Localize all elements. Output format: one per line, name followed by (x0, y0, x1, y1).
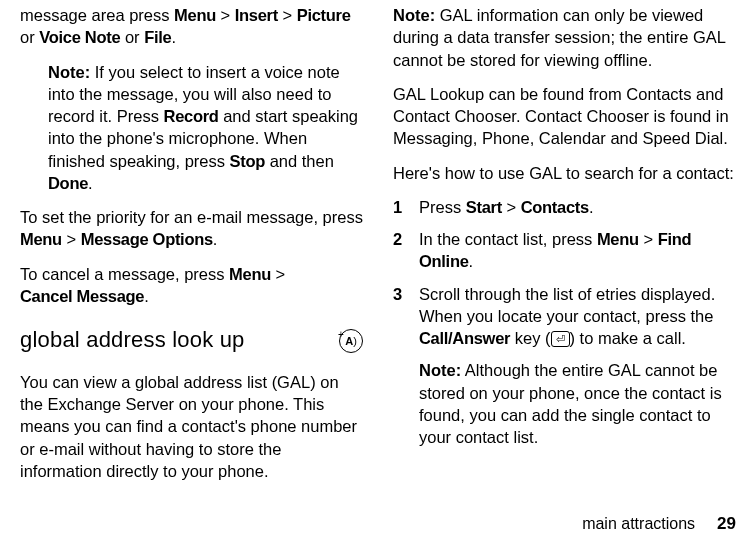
text: . (144, 287, 149, 305)
sep: > (278, 6, 297, 24)
note-gal-single-contact: Note: Although the entire GAL cannot be … (419, 359, 736, 448)
call-key-icon: ⏎ (551, 331, 570, 347)
start-label: Start (466, 198, 502, 216)
step-1: 1 Press Start > Contacts. (393, 196, 736, 218)
stop-label: Stop (230, 152, 265, 170)
text: To cancel a message, press (20, 265, 229, 283)
text: In the contact list, press (419, 230, 597, 248)
sep: > (271, 265, 285, 283)
step-body: Scroll through the list of etries displa… (419, 283, 736, 459)
insert-label: Insert (235, 6, 278, 24)
cancel-message-label: Cancel Message (20, 287, 144, 305)
text: key ( (510, 329, 550, 347)
gal-description: You can view a global address list (GAL)… (20, 371, 363, 482)
footer-page-number: 29 (717, 513, 736, 536)
footer-section-name: main attractions (582, 513, 695, 535)
text: and then (265, 152, 334, 170)
text: GAL information can only be viewed durin… (393, 6, 725, 69)
voicenote-label: Voice Note (39, 28, 120, 46)
section-heading-gal: global address look up (20, 325, 245, 355)
step-body: Press Start > Contacts. (419, 196, 736, 218)
menu-label: Menu (597, 230, 639, 248)
done-label: Done (48, 174, 88, 192)
insert-instruction: message area press Menu > Insert > Pictu… (20, 4, 363, 49)
priority-instruction: To set the priority for an e-mail messag… (20, 206, 363, 251)
text: Press (419, 198, 466, 216)
text: Scroll through the list of etries displa… (419, 285, 715, 325)
step-number: 2 (393, 228, 419, 273)
menu-label: Menu (20, 230, 62, 248)
text: . (171, 28, 176, 46)
text: . (213, 230, 218, 248)
note-voice: Note: If you select to insert a voice no… (48, 61, 363, 195)
picture-label: Picture (297, 6, 351, 24)
sep: > (216, 6, 235, 24)
text: . (469, 252, 474, 270)
text: or (20, 28, 39, 46)
file-label: File (144, 28, 171, 46)
step-number: 3 (393, 283, 419, 459)
message-options-label: Message Options (81, 230, 213, 248)
text: . (589, 198, 594, 216)
page-footer: main attractions 29 (20, 513, 736, 536)
cancel-instruction: To cancel a message, press Menu > Cancel… (20, 263, 363, 308)
text: . (88, 174, 93, 192)
sync-icon: A) (339, 329, 363, 353)
note-label: Note: (48, 63, 90, 81)
text: message area press (20, 6, 174, 24)
text: Although the entire GAL cannot be stored… (419, 361, 722, 446)
note-gal-offline: Note: GAL information can only be viewed… (393, 4, 736, 71)
sep: > (62, 230, 81, 248)
step-body: In the contact list, press Menu > Find O… (419, 228, 736, 273)
step-number: 1 (393, 196, 419, 218)
sep: > (502, 198, 521, 216)
gal-howto-intro: Here's how to use GAL to search for a co… (393, 162, 736, 184)
menu-label: Menu (174, 6, 216, 24)
text: ) to make a call. (570, 329, 686, 347)
note-label: Note: (419, 361, 461, 379)
text: To set the priority for an e-mail messag… (20, 208, 363, 226)
call-answer-label: Call/Answer (419, 329, 510, 347)
left-column: message area press Menu > Insert > Pictu… (20, 4, 363, 503)
step-3: 3 Scroll through the list of etries disp… (393, 283, 736, 459)
gal-lookup-locations: GAL Lookup can be found from Contacts an… (393, 83, 736, 150)
contacts-label: Contacts (521, 198, 589, 216)
text: or (120, 28, 144, 46)
record-label: Record (164, 107, 219, 125)
step-2: 2 In the contact list, press Menu > Find… (393, 228, 736, 273)
menu-label: Menu (229, 265, 271, 283)
sep: > (639, 230, 658, 248)
right-column: Note: GAL information can only be viewed… (393, 4, 736, 503)
note-label: Note: (393, 6, 435, 24)
